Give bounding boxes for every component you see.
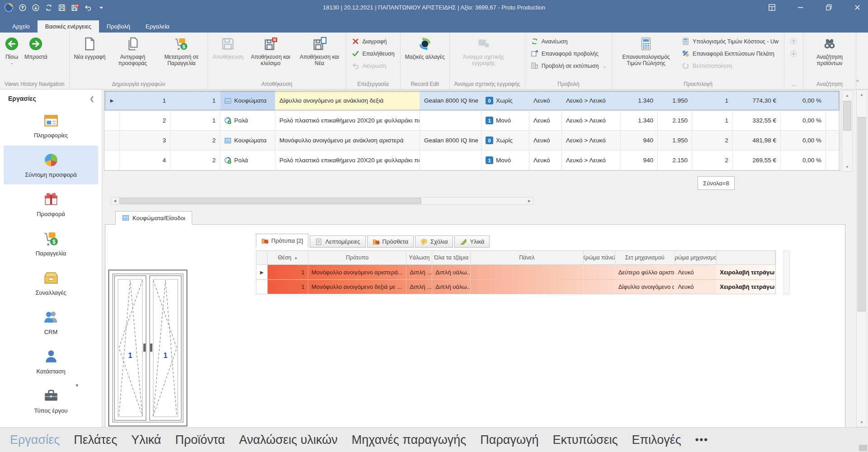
bottomnav-item-customers[interactable]: Πελάτες bbox=[74, 433, 117, 447]
templates-grid-row-2[interactable]: 1Μονόφυλλο ανοιγόμενο δεξιά με ...Διπλή … bbox=[256, 279, 775, 294]
sidebar-item-transactions[interactable]: Συναλλαγές bbox=[4, 264, 98, 302]
scroll-down-arrow-icon[interactable]: ▼ bbox=[842, 162, 852, 171]
ribbon-save-and-close-button[interactable]: Αποθήκευση και κλείσιμο bbox=[246, 33, 295, 67]
nav-down-icon bbox=[32, 4, 40, 12]
scrollbar-thumb[interactable] bbox=[858, 117, 866, 311]
window-vertical-scrollbar[interactable]: ▲ ▼ bbox=[856, 89, 867, 427]
column-header-handle[interactable] bbox=[717, 251, 775, 264]
bottomnav-item-products[interactable]: Προϊόντα bbox=[175, 433, 225, 447]
scrollbar-thumb[interactable] bbox=[119, 198, 421, 204]
ribbon-scroll-up-button[interactable] bbox=[786, 35, 801, 47]
column-header-glazing[interactable]: Υάλωση bbox=[406, 251, 432, 264]
ribbon-new-record-button[interactable]: Νέα εγγραφή bbox=[71, 33, 108, 61]
bottomnav-item-production-machines[interactable]: Μηχανές παραγωγής bbox=[352, 433, 467, 447]
ribbon-scroll-down-button[interactable] bbox=[786, 47, 801, 60]
scroll-down-arrow-icon[interactable]: ▼ bbox=[857, 418, 867, 427]
menu-tab-view[interactable]: Προβολή bbox=[99, 20, 138, 33]
ribbon-optimization-button[interactable]: Βελτιστοποίηση bbox=[678, 60, 782, 72]
scroll-right-arrow-icon[interactable]: ▶ bbox=[526, 198, 533, 204]
subtab-comments[interactable]: Σχόλια bbox=[415, 235, 453, 248]
bottomnav-item-materials[interactable]: Υλικά bbox=[131, 433, 161, 447]
ribbon-cancel-button[interactable]: Ακύρωση bbox=[348, 60, 398, 72]
restore-button[interactable] bbox=[825, 3, 833, 12]
close-button[interactable] bbox=[853, 3, 862, 12]
ribbon-save-and-new-button[interactable]: Αποθήκευση και Νέα bbox=[295, 33, 344, 67]
scrollbar-thumb[interactable] bbox=[843, 101, 851, 131]
ribbon-verify-button[interactable]: Επαλήθευση bbox=[348, 47, 398, 60]
qat-save-close-button[interactable] bbox=[71, 4, 79, 12]
menu-tab-basic-actions[interactable]: Βασικές ενέργειες bbox=[38, 20, 99, 33]
subtab-extras[interactable]: Πρόσθετα bbox=[367, 235, 414, 248]
sidebar-more-icon[interactable]: ▾ bbox=[75, 382, 78, 388]
bottomnav-item-printouts[interactable]: Εκτυπώσεις bbox=[553, 433, 618, 447]
sidebar-item-offer[interactable]: Προσφορά bbox=[4, 185, 98, 224]
qat-qat-dropdown-button[interactable] bbox=[97, 4, 105, 12]
column-header-panel[interactable]: Πάνελ bbox=[471, 251, 584, 264]
resize-grip[interactable] bbox=[859, 445, 867, 451]
sidebar-item-information[interactable]: Πληροφορίες bbox=[4, 106, 98, 145]
sidebar-item-crm[interactable]: CRM bbox=[4, 303, 98, 342]
sidebar-item-quick-offer[interactable]: Σύντομη προσφορά bbox=[4, 146, 98, 184]
ribbon-collapse-button[interactable]: ^ bbox=[856, 79, 866, 88]
tab-koufomata-eisodoi[interactable]: Κουφώματα/Είσοδοι bbox=[115, 211, 192, 225]
qat-nav-down-button[interactable] bbox=[32, 4, 40, 12]
sidebar-item-order[interactable]: $Παραγγελία bbox=[4, 224, 98, 263]
ribbon-bulk-changes-button[interactable]: Μαζικές αλλαγές bbox=[402, 33, 448, 61]
ribbon-product-search-button[interactable]: Αναζήτηση προϊόντων bbox=[805, 33, 854, 67]
qat-save-button[interactable] bbox=[58, 4, 66, 12]
ribbon-delete-button[interactable]: Διαγραφή bbox=[348, 35, 398, 47]
ribbon-calculate-cost-prices-button[interactable]: Υπολογισμός Τιμών Κόστους - Uw bbox=[678, 35, 782, 47]
ribbon-refresh-view-button[interactable]: Ανανέωση bbox=[527, 35, 610, 47]
templates-grid-row-1[interactable]: ▶1Μονόφυλλο ανοιγόμενο αριστερά...Διπλή … bbox=[256, 265, 775, 279]
grid-vertical-scrollbar[interactable]: ▲ ▼ bbox=[842, 90, 853, 172]
scroll-up-arrow-icon[interactable]: ▲ bbox=[857, 90, 867, 99]
sidebar-item-project-type[interactable]: Τύπος έργου bbox=[4, 381, 98, 420]
column-header-panel_color[interactable]: Χρώμα πάνελ bbox=[584, 251, 615, 264]
qat-refresh-button[interactable] bbox=[45, 4, 53, 12]
grid-row-4[interactable]: 42ΡολάΡολό πλαστικό επικαθήμενο 20Χ20 με… bbox=[104, 151, 840, 170]
grid-cell-discount: 0,00 % bbox=[781, 151, 826, 170]
subtab-details[interactable]: Λεπτομέρειες bbox=[310, 235, 365, 248]
calculator-icon bbox=[639, 37, 653, 51]
ribbon-recalculate-sale-prices-button[interactable]: Επαναυπολογισμός Τιμών Πώλησης bbox=[614, 33, 678, 67]
minimize-button[interactable] bbox=[796, 3, 805, 12]
ribbon-open-related-record-button[interactable]: Άνοιγμα σχετικής εγγραφής bbox=[452, 33, 516, 67]
templates-grid-scrollbar[interactable] bbox=[783, 250, 790, 294]
sidebar-collapse-icon[interactable]: ❮ bbox=[90, 95, 94, 102]
grid-row-3[interactable]: 32ΚουφώματαΜονόφυλλο ανοιγόμενο με ανάκλ… bbox=[104, 131, 840, 151]
bottomnav-overflow-button[interactable]: ••• bbox=[695, 434, 708, 446]
sidebar-item-status[interactable]: Κατάσταση bbox=[4, 342, 98, 381]
bottomnav-item-material-consumption[interactable]: Αναλώσεις υλικών bbox=[239, 433, 338, 447]
ribbon-back-button[interactable]: Πίσω⌄ bbox=[2, 33, 22, 66]
ribbon-forward-button[interactable]: Μπροστά bbox=[22, 33, 50, 61]
scroll-left-arrow-icon[interactable]: ◀ bbox=[111, 198, 118, 204]
grid-cell-profile bbox=[420, 151, 481, 170]
grid-horizontal-scrollbar[interactable]: ◀ ▶ bbox=[111, 197, 533, 205]
subtab-templates[interactable]: Πρότυπα [2] bbox=[256, 234, 308, 248]
column-header-template[interactable]: Πρότυπο bbox=[308, 251, 407, 264]
ribbon-reset-view-button[interactable]: Επαναφορά προβολής bbox=[527, 47, 610, 60]
qat-undo-button[interactable] bbox=[84, 4, 92, 12]
grid-row-2[interactable]: 21ΡολάΡολό πλαστικό επικαθήμενο 20Χ20 με… bbox=[104, 111, 840, 131]
column-header-position[interactable]: Θέση▲ bbox=[268, 251, 308, 264]
subtab-materials[interactable]: Υλικά bbox=[454, 235, 490, 248]
ribbon-save-button[interactable]: Αποθήκευση bbox=[210, 33, 246, 61]
column-header-all_glass[interactable]: Όλα τα τζάμια bbox=[432, 251, 471, 264]
column-header-mechanism_set[interactable]: Σετ μηχανισμού bbox=[615, 251, 675, 264]
ribbon-group-1: Νέα εγγραφήΑντιγραφή προσφοράς$Μετατροπή… bbox=[70, 33, 208, 89]
column-header-gutter[interactable] bbox=[256, 251, 268, 264]
ribbon-copy-offer-button[interactable]: Αντιγραφή προσφοράς bbox=[108, 33, 157, 67]
ribbon-reset-customer-discounts-button[interactable]: Επαναφορά Εκπτώσεων Πελάτη bbox=[678, 47, 782, 60]
scroll-up-arrow-icon[interactable]: ▲ bbox=[842, 91, 852, 100]
column-header-mechanism_color[interactable]: Χρώμα μηχανισμού bbox=[675, 251, 717, 264]
menu-tab-file[interactable]: Αρχείο bbox=[5, 20, 38, 33]
grid-row-1[interactable]: ▶11ΚουφώματαΔίφυλλο ανοιγόμενο με ανάκλι… bbox=[104, 91, 840, 111]
bottomnav-item-options[interactable]: Επιλογές bbox=[632, 433, 681, 447]
ribbon-convert-to-order-button[interactable]: $Μετατροπή σε Παραγγελία bbox=[157, 33, 206, 67]
ribbon-print-preview-button[interactable]: Προβολή σε εκτύπωση⌄ bbox=[527, 60, 610, 72]
qat-nav-up-button[interactable] bbox=[19, 4, 27, 12]
bottomnav-item-tasks[interactable]: Εργασίες bbox=[10, 433, 60, 447]
bottomnav-item-production[interactable]: Παραγωγή bbox=[480, 433, 538, 447]
menu-tab-tools[interactable]: Εργαλεία bbox=[138, 20, 177, 33]
apps-button[interactable] bbox=[768, 3, 776, 12]
